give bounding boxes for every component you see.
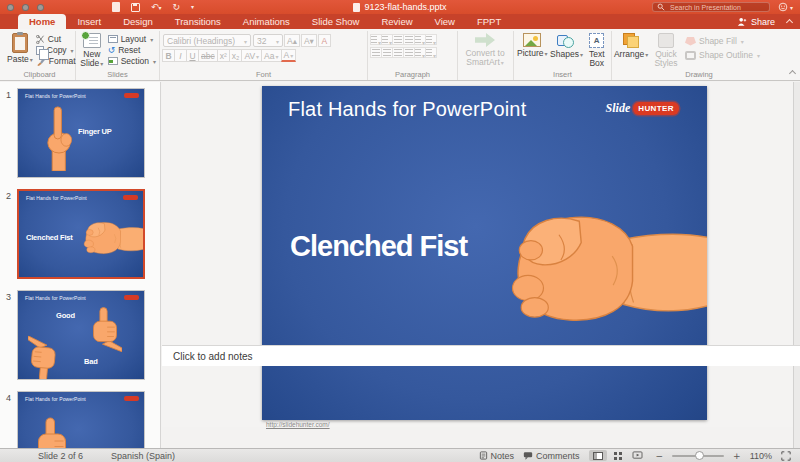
slide-position-indicator: Slide 2 of 6 [38, 451, 83, 461]
slide-thumbnail-panel: 1 Flat Hands for PowerPoint Finger UP 2 … [0, 82, 161, 448]
new-slide-dropdown-icon[interactable] [99, 58, 103, 68]
strikethrough-button[interactable]: abc [198, 49, 218, 62]
mini-caption: Good [56, 311, 75, 320]
share-button[interactable]: Share [737, 14, 792, 29]
search-input[interactable] [668, 3, 758, 12]
shape-fill-button[interactable]: Shape Fill [685, 36, 760, 46]
powerpoint-window: ↶▾ ↻ ▾ 9123-flat-hands.pptx ▾ Hom [0, 0, 800, 462]
tab-view[interactable]: View [424, 14, 466, 29]
customize-toolbar-icon[interactable]: ▾ [191, 1, 194, 13]
tab-review[interactable]: Review [370, 14, 423, 29]
redo-icon[interactable]: ↻ [173, 1, 181, 13]
finger-up-hand-illustration [42, 103, 76, 171]
font-color-button[interactable]: A [281, 49, 297, 62]
text-box-button[interactable]: A Text Box [585, 32, 608, 70]
normal-view-icon [593, 452, 603, 460]
zoom-slider-knob[interactable] [695, 451, 704, 460]
slide-4-thumbnail[interactable]: Flat Hands for PowerPoint [17, 391, 145, 448]
font-group-label: Font [160, 70, 367, 79]
save-icon[interactable] [131, 3, 140, 12]
feedback-smiley-icon[interactable]: ▾ [778, 2, 793, 12]
tab-animations[interactable]: Animations [232, 14, 301, 29]
change-case-button[interactable]: Aa [261, 49, 281, 62]
shrink-font-button[interactable]: A▾ [301, 34, 317, 47]
slide-sorter-view-button[interactable] [609, 450, 627, 461]
picture-button[interactable]: Picture [517, 32, 547, 70]
cut-button[interactable]: Cut [36, 34, 76, 44]
layout-label: Layout [121, 34, 147, 44]
section-button[interactable]: Section [108, 56, 156, 66]
subscript-button[interactable]: x₂ [229, 49, 243, 62]
section-icon [108, 57, 118, 65]
normal-view-button[interactable] [589, 450, 607, 461]
zoom-window-button[interactable] [37, 4, 44, 11]
slide-title-textbox[interactable]: Flat Hands for PowerPoint [288, 98, 526, 121]
section-label: Section [121, 56, 149, 66]
zoom-in-button[interactable]: + [733, 451, 741, 461]
slide-1-thumbnail[interactable]: Flat Hands for PowerPoint Finger UP [17, 88, 145, 178]
slide-heading-textbox[interactable]: Clenched Fist [290, 230, 467, 263]
thumbnail-item-3: 3 Flat Hands for PowerPoint Good Bad [0, 290, 160, 380]
character-spacing-button[interactable]: AV [241, 49, 262, 62]
shapes-button[interactable]: Shapes [550, 32, 582, 70]
slidehunter-link[interactable]: http://slidehunter.com/ [266, 421, 330, 428]
ribbon-collapse-chevron-icon[interactable] [789, 70, 796, 77]
font-name-select[interactable]: Calibri (Headings) [163, 34, 251, 47]
tab-design[interactable]: Design [112, 14, 164, 29]
quick-styles-button[interactable]: Quick Styles [650, 32, 682, 70]
font-size-select[interactable]: 32 [253, 34, 283, 47]
cut-label: Cut [48, 34, 61, 44]
new-presentation-icon[interactable] [112, 2, 120, 12]
search-box[interactable] [652, 2, 770, 12]
zoom-slider[interactable] [672, 455, 724, 457]
clenched-fist-illustration [70, 216, 144, 263]
vertical-scrollbar[interactable] [793, 82, 800, 448]
copy-icon [36, 46, 44, 55]
reset-button[interactable]: ↺ Reset [108, 45, 156, 55]
zoom-level-indicator[interactable]: 110% [750, 451, 772, 461]
copy-label: Copy [47, 45, 67, 55]
slide-number: 2 [0, 189, 17, 279]
zoom-out-button[interactable]: − [656, 451, 664, 461]
slide-2-thumbnail-selected[interactable]: Flat Hands for PowerPoint Clenched Fist [17, 189, 145, 279]
fit-slide-to-window-icon[interactable] [781, 451, 791, 461]
tab-transitions[interactable]: Transitions [164, 14, 232, 29]
layout-button[interactable]: Layout [108, 34, 156, 44]
shape-fill-icon [685, 37, 696, 46]
minimize-window-button[interactable] [22, 4, 29, 11]
slide-3-thumbnail[interactable]: Flat Hands for PowerPoint Good Bad [17, 290, 145, 380]
clear-formatting-button[interactable]: A [318, 34, 331, 47]
undo-icon[interactable]: ↶▾ [151, 1, 162, 14]
document-icon [353, 3, 360, 12]
thumbnail-item-2: 2 Flat Hands for PowerPoint Clenched Fis… [0, 189, 160, 279]
notes-pane[interactable]: Click to add notes [162, 345, 800, 366]
mini-slide-title: Flat Hands for PowerPoint [26, 195, 87, 201]
current-slide-canvas[interactable]: Flat Hands for PowerPoint Slide HUNTER C… [262, 86, 707, 420]
tab-insert[interactable]: Insert [66, 14, 112, 29]
notes-toggle-button[interactable]: Notes [479, 451, 515, 461]
close-window-button[interactable] [7, 4, 14, 11]
thumb-up-hand-illustration [88, 304, 122, 352]
new-slide-button[interactable]: New Slide [79, 32, 105, 70]
smartart-icon [475, 33, 495, 47]
convert-to-smartart-button[interactable]: Convert to SmartArt [461, 32, 509, 70]
reset-label: Reset [118, 45, 140, 55]
comments-toggle-button[interactable]: Comments [523, 451, 580, 461]
shapes-label: Shapes [550, 49, 579, 59]
align-text-button[interactable] [425, 47, 437, 58]
copy-button[interactable]: Copy [36, 45, 76, 55]
clenched-fist-illustration[interactable] [467, 196, 707, 351]
mini-caption: Clenched Fist [26, 233, 73, 242]
ribbon-group-font: Calibri (Headings) 32 A▴ A▾ A B I U abc … [160, 31, 368, 80]
shape-outline-button[interactable]: Shape Outline [685, 50, 760, 60]
tab-fppt[interactable]: FPPT [466, 14, 512, 29]
grow-font-button[interactable]: A▴ [284, 34, 300, 47]
paste-button[interactable]: Paste [7, 32, 33, 70]
collapse-ribbon-chevron-icon[interactable] [786, 19, 793, 26]
arrange-button[interactable]: Arrange [615, 32, 647, 70]
tab-home[interactable]: Home [18, 14, 66, 29]
language-indicator[interactable]: Spanish (Spain) [111, 451, 175, 461]
tab-slide-show[interactable]: Slide Show [301, 14, 371, 29]
slide-show-view-button[interactable] [629, 450, 647, 461]
paste-dropdown-icon[interactable] [29, 54, 33, 64]
